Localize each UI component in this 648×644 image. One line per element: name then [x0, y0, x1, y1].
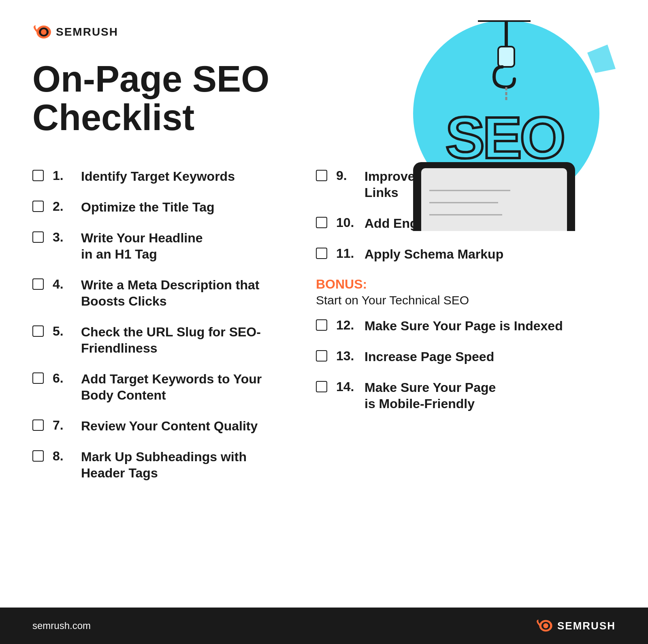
item-number-7: 7. [53, 418, 72, 433]
footer-logo: SEMRUSH [535, 619, 616, 633]
svg-rect-6 [498, 47, 514, 67]
svg-text:SEO: SEO [446, 105, 563, 171]
svg-point-21 [543, 623, 548, 629]
checkbox-11[interactable] [316, 248, 327, 259]
item-number-3: 3. [53, 230, 72, 245]
page-title: On-Page SEO Checklist [32, 60, 275, 137]
svg-rect-10 [421, 168, 567, 231]
checkbox-9[interactable] [316, 170, 327, 181]
item-text-8: Mark Up Subheadings withHeader Tags [81, 449, 247, 481]
item-number-9: 9. [336, 168, 356, 183]
item-text-6: Add Target Keywords to YourBody Content [81, 371, 262, 403]
svg-point-2 [41, 29, 47, 35]
item-text-2: Optimize the Title Tag [81, 199, 215, 215]
checklist-item-7: 7. Review Your Content Quality [32, 411, 316, 441]
main-content: SEMRUSH On-Page SEO Checklist SEO [0, 0, 648, 608]
item-text-14: Make Sure Your Pageis Mobile-Friendly [364, 379, 496, 412]
item-text-12: Make Sure Your Page is Indexed [364, 318, 563, 334]
item-number-4: 4. [53, 277, 72, 292]
item-number-12: 12. [336, 318, 356, 333]
item-number-11: 11. [336, 246, 356, 261]
checklist-item-3: 3. Write Your Headlinein an H1 Tag [32, 223, 316, 270]
footer-url: semrush.com [32, 620, 91, 631]
item-text-7: Review Your Content Quality [81, 418, 258, 434]
item-number-1: 1. [53, 168, 72, 183]
item-number-14: 14. [336, 379, 356, 394]
checkbox-8[interactable] [32, 450, 44, 462]
hero-illustration: SEO [356, 20, 624, 231]
checkbox-14[interactable] [316, 381, 327, 392]
checklist-left: 1. Identify Target Keywords 2. Optimize … [32, 161, 316, 488]
bonus-subtitle: Start on Your Technical SEO [316, 293, 616, 307]
item-text-11: Apply Schema Markup [364, 246, 503, 262]
checklist-item-8: 8. Mark Up Subheadings withHeader Tags [32, 441, 316, 488]
checkbox-2[interactable] [32, 201, 44, 212]
item-number-10: 10. [336, 215, 356, 230]
item-text-5: Check the URL Slug for SEO-Friendliness [81, 324, 261, 356]
item-text-13: Increase Page Speed [364, 349, 494, 365]
checklist-item-6: 6. Add Target Keywords to YourBody Conte… [32, 364, 316, 411]
footer: semrush.com SEMRUSH [0, 608, 648, 644]
checkbox-7[interactable] [32, 419, 44, 431]
item-text-4: Write a Meta Description thatBoosts Clic… [81, 277, 259, 309]
checklist-item-2: 2. Optimize the Title Tag [32, 192, 316, 223]
checkbox-1[interactable] [32, 170, 44, 181]
logo-text: SEMRUSH [56, 26, 118, 39]
item-number-5: 5. [53, 324, 72, 339]
checklist-item-5: 5. Check the URL Slug for SEO-Friendline… [32, 317, 316, 364]
footer-logo-icon [535, 619, 553, 633]
checkbox-10[interactable] [316, 217, 327, 228]
checkbox-13[interactable] [316, 350, 327, 362]
checkbox-12[interactable] [316, 319, 327, 331]
checklist-item-4: 4. Write a Meta Description thatBoosts C… [32, 270, 316, 317]
item-text-3: Write Your Headlinein an H1 Tag [81, 230, 203, 262]
item-number-2: 2. [53, 199, 72, 214]
checkbox-5[interactable] [32, 325, 44, 337]
checkbox-3[interactable] [32, 231, 44, 243]
checklist-item-11: 11. Apply Schema Markup [316, 239, 616, 270]
item-text-1: Identify Target Keywords [81, 168, 235, 184]
item-number-6: 6. [53, 371, 72, 386]
checkbox-4[interactable] [32, 278, 44, 290]
checklist-item-14: 14. Make Sure Your Pageis Mobile-Friendl… [316, 372, 616, 419]
bonus-label: BONUS: [316, 277, 616, 292]
item-number-8: 8. [53, 449, 72, 464]
checklist-item-1: 1. Identify Target Keywords [32, 161, 316, 192]
checklist-item-12: 12. Make Sure Your Page is Indexed [316, 310, 616, 341]
semrush-logo-icon [32, 24, 52, 40]
footer-logo-text: SEMRUSH [557, 620, 616, 632]
item-number-13: 13. [336, 349, 356, 364]
checkbox-6[interactable] [32, 372, 44, 384]
bonus-section: BONUS: Start on Your Technical SEO [316, 270, 616, 310]
checklist-item-13: 13. Increase Page Speed [316, 341, 616, 372]
